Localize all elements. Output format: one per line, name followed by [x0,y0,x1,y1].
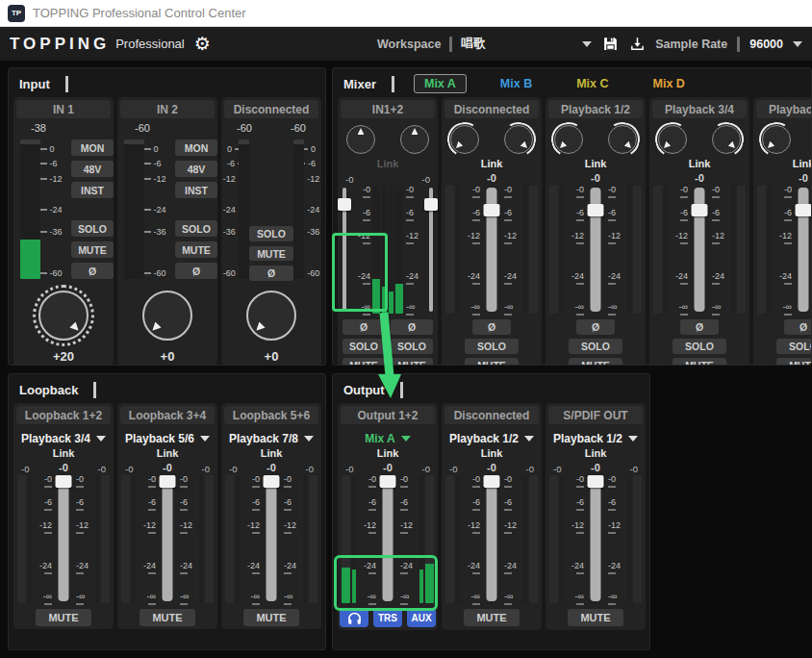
source-selector[interactable]: Playback 1/2 [546,430,646,447]
instrument-button[interactable]: INST [175,182,217,198]
fader-handle[interactable] [484,204,500,216]
mute-button[interactable]: MUTE [243,609,299,626]
gain-knob[interactable] [38,291,89,341]
solo-button[interactable]: SOLO [71,220,114,237]
solo-button[interactable]: SOLO [672,339,726,354]
phantom-48v-button[interactable]: 48V [175,161,217,177]
solo-button-right[interactable]: SOLO [391,339,433,354]
fader-right[interactable] [424,186,438,314]
mute-button[interactable]: MUTE [464,609,520,626]
phase-invert-button[interactable]: Ø [71,263,114,279]
source-selector[interactable]: Playback 7/8 [221,430,321,447]
source-selector[interactable]: Playback 1/2 [442,430,542,447]
fader-handle[interactable] [264,475,280,488]
mute-button[interactable]: MUTE [249,246,293,262]
sample-rate-dropdown-caret-icon[interactable] [793,41,802,52]
phase-invert-button[interactable]: Ø [175,263,217,279]
solo-button[interactable]: SOLO [249,226,293,241]
link-toggle[interactable]: Link [221,447,321,461]
aux-button[interactable]: AUX [407,608,436,627]
mute-button[interactable]: MUTE [672,358,726,366]
fader-handle[interactable] [56,475,72,488]
monitor-button[interactable]: MON [175,139,217,156]
solo-button-left[interactable]: SOLO [343,339,385,354]
fader-handle[interactable] [160,475,176,488]
link-toggle[interactable]: Link [546,447,646,461]
fader[interactable] [378,475,397,603]
link-toggle[interactable]: Link [753,158,812,171]
link-toggle[interactable]: Link [649,158,749,171]
phase-invert-button-left[interactable]: Ø [343,319,385,335]
settings-gear-icon[interactable]: ⚙ [194,35,211,53]
fader[interactable] [794,186,812,314]
link-toggle[interactable]: Link [442,447,542,461]
mix-tab[interactable]: Mix C [566,74,619,93]
source-selector[interactable]: Playback 5/6 [117,430,217,447]
link-toggle[interactable]: Link [546,158,646,171]
phase-invert-button[interactable]: Ø [472,319,511,335]
solo-button[interactable]: SOLO [175,220,217,237]
pan-knob-left[interactable] [762,125,791,154]
monitor-button[interactable]: MON [71,139,114,156]
solo-button[interactable]: SOLO [569,339,622,354]
phase-invert-button[interactable]: Ø [784,319,812,335]
pan-knob-left[interactable] [658,125,687,154]
solo-button[interactable]: SOLO [465,339,519,354]
headphone-button[interactable] [340,608,368,627]
fader-handle[interactable] [588,475,604,488]
fader[interactable] [158,475,177,603]
mute-button[interactable]: MUTE [568,609,623,626]
workspace-dropdown-caret-icon[interactable] [582,41,592,52]
mute-button[interactable]: MUTE [776,358,812,366]
link-toggle[interactable]: Link [338,158,438,171]
source-selector[interactable]: Playback 3/4 [13,430,114,447]
trs-button[interactable]: TRS [373,608,402,627]
fader-handle[interactable] [424,198,438,211]
fader[interactable] [482,186,501,314]
gain-knob[interactable] [142,291,192,341]
fader-handle[interactable] [692,204,708,216]
export-download-icon[interactable] [628,36,646,53]
link-toggle[interactable]: Link [442,158,542,171]
pan-knob-left[interactable] [554,125,583,154]
pan-knob-left[interactable] [450,125,479,154]
instrument-button[interactable]: INST [71,182,114,198]
mute-button-right[interactable]: MUTE [391,358,433,366]
workspace-value[interactable]: 唱歌 [461,36,485,52]
pan-knob-right[interactable] [504,125,533,154]
sample-rate-value[interactable]: 96000 [749,38,783,51]
pan-knob-right[interactable] [400,125,429,154]
gain-knob[interactable] [246,291,296,341]
phantom-48v-button[interactable]: 48V [71,161,114,177]
pan-knob-left[interactable] [346,125,375,154]
phase-invert-button-right[interactable]: Ø [391,319,433,335]
fader[interactable] [586,475,605,603]
fader-handle[interactable] [380,475,396,488]
pan-knob-right[interactable] [608,125,637,154]
link-toggle[interactable]: Link [13,447,114,461]
pan-knob-right[interactable] [712,125,741,154]
mute-button[interactable]: MUTE [569,358,622,366]
mute-button[interactable]: MUTE [36,609,91,626]
phase-invert-button[interactable]: Ø [680,319,719,335]
fader-handle[interactable] [484,475,500,488]
save-icon[interactable] [601,36,619,53]
mute-button[interactable]: MUTE [175,241,217,258]
fader-left[interactable] [338,186,351,314]
mix-tab[interactable]: Mix A [414,74,467,93]
mute-button-left[interactable]: MUTE [343,358,385,366]
fader[interactable] [262,475,281,603]
phase-invert-button[interactable]: Ø [249,266,293,281]
fader[interactable] [54,475,73,603]
fader[interactable] [586,186,605,314]
phase-invert-button[interactable]: Ø [576,319,615,335]
fader[interactable] [482,475,501,603]
link-toggle[interactable]: Link [338,447,438,461]
mute-button[interactable]: MUTE [465,358,519,366]
solo-button[interactable]: SOLO [776,339,812,354]
fader-handle[interactable] [796,204,812,216]
mix-tab[interactable]: Mix D [643,74,696,93]
mute-button[interactable]: MUTE [71,241,114,258]
fader[interactable] [690,186,709,314]
link-toggle[interactable]: Link [117,447,217,461]
